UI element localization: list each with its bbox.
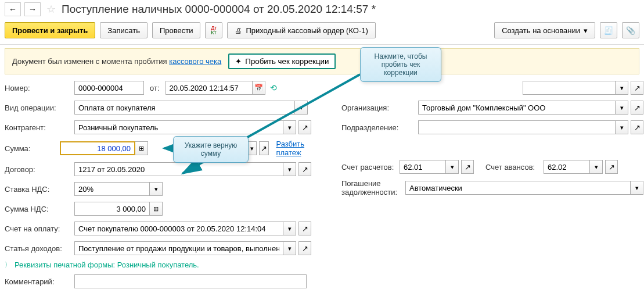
acc-advance-dropdown[interactable]: ▾ — [590, 160, 603, 174]
label-debt-repay: Погашение задолженности: — [341, 179, 405, 197]
acc-advance-input[interactable] — [544, 160, 590, 174]
print-order-button[interactable]: Приходный кассовый ордер (КО-1) — [227, 22, 375, 38]
calendar-button[interactable]: 📅 — [253, 81, 265, 95]
organization-dropdown[interactable]: ▾ — [616, 101, 628, 115]
write-button[interactable]: Записать — [100, 22, 147, 38]
calendar-icon: 📅 — [254, 84, 263, 92]
attach-button[interactable] — [622, 22, 639, 38]
label-amount: Сумма: — [5, 144, 60, 153]
extra-select-dropdown[interactable]: ▾ — [616, 81, 628, 95]
correction-check-button[interactable]: ✦ Пробить чек коррекции — [228, 53, 336, 69]
favorite-star-icon[interactable]: ☆ — [46, 3, 56, 16]
debt-repay-dropdown[interactable]: ▾ — [631, 181, 643, 195]
vat-rate-dropdown[interactable]: ▾ — [150, 182, 163, 196]
cash-receipt-link[interactable]: кассового чека — [169, 57, 221, 66]
label-op-type: Вид операции: — [5, 103, 74, 112]
label-counterparty: Контрагент: — [5, 123, 74, 132]
acc-settle-input[interactable] — [400, 160, 446, 174]
contract-dropdown[interactable]: ▾ — [283, 162, 296, 176]
printer-icon — [235, 26, 242, 35]
label-acc-advance: Счет авансов: — [485, 163, 544, 172]
label-vat-rate: Ставка НДС: — [5, 185, 74, 194]
label-income-item: Статья доходов: — [5, 244, 74, 253]
division-open[interactable]: ↗ — [631, 120, 643, 134]
counterparty-open[interactable]: ↗ — [298, 120, 311, 134]
label-number: Номер: — [5, 84, 74, 92]
acc-settle-open[interactable]: ↗ — [461, 160, 474, 174]
contract-input[interactable] — [74, 162, 283, 176]
nav-back[interactable]: ← — [5, 2, 21, 16]
notice-text: Документ был изменен с момента пробития … — [12, 57, 221, 66]
vat-rate-input[interactable] — [74, 182, 150, 196]
date-input[interactable] — [166, 81, 253, 95]
receipt-icon — [604, 26, 613, 35]
correction-icon: ✦ — [235, 57, 242, 66]
contract-open[interactable]: ↗ — [298, 162, 311, 176]
vat-amount-input[interactable] — [74, 202, 150, 216]
receipt-button[interactable] — [600, 22, 617, 38]
division-input[interactable] — [418, 120, 616, 134]
refresh-icon[interactable]: ⟲ — [270, 83, 277, 92]
chevron-right-icon: 〉 — [5, 260, 11, 269]
amount-input[interactable] — [60, 141, 135, 155]
page-title: Поступление наличных 0000-000004 от 20.0… — [62, 3, 376, 16]
label-from: от: — [150, 84, 160, 92]
label-contract: Договор: — [5, 165, 74, 174]
hint-correction: Нажмите, чтобы пробить чек коррекции — [360, 47, 441, 82]
acc-settle-dropdown[interactable]: ▾ — [446, 160, 459, 174]
invoice-open[interactable]: ↗ — [298, 222, 311, 235]
label-comment: Комментарий: — [5, 277, 74, 286]
counterparty-dropdown[interactable]: ▾ — [283, 120, 296, 134]
save-close-button[interactable]: Провести и закрыть — [5, 22, 95, 38]
organization-input[interactable] — [418, 101, 616, 115]
invoice-dropdown[interactable]: ▾ — [283, 222, 296, 235]
amount-open[interactable]: ↗ — [259, 141, 269, 155]
label-vat-amount: Сумма НДС: — [5, 205, 74, 213]
division-dropdown[interactable]: ▾ — [616, 120, 628, 134]
label-organization: Организация: — [341, 103, 418, 112]
label-division: Подразделение: — [341, 123, 418, 132]
create-based-button[interactable]: Создать на основании ▾ — [494, 22, 595, 38]
extra-select-input[interactable] — [523, 81, 616, 95]
extra-select-open[interactable]: ↗ — [631, 81, 643, 95]
hint-amount: Укажите верную сумму — [173, 136, 249, 163]
invoice-input[interactable] — [74, 222, 283, 235]
op-type-dropdown[interactable]: ▾ — [295, 101, 308, 115]
label-invoice: Счет на оплату: — [5, 224, 74, 233]
post-button[interactable]: Провести — [152, 22, 201, 38]
organization-open[interactable]: ↗ — [631, 101, 643, 115]
number-input[interactable] — [74, 81, 144, 95]
print-requisites-toggle[interactable]: 〉 Реквизиты печатной формы: Розничный по… — [5, 260, 318, 269]
label-acc-settle: Счет расчетов: — [341, 163, 400, 172]
debt-repay-input[interactable] — [405, 181, 631, 195]
op-type-input[interactable] — [74, 101, 295, 115]
income-item-input[interactable] — [74, 241, 283, 255]
counterparty-input[interactable] — [74, 120, 283, 134]
comment-input[interactable] — [74, 274, 307, 288]
dtkt-button[interactable]: ДтКт — [205, 22, 222, 38]
notice-bar: Документ был изменен с момента пробития … — [5, 48, 639, 74]
split-payment-link[interactable]: Разбить платеж — [276, 140, 318, 157]
nav-forward[interactable]: → — [24, 2, 41, 16]
amount-calc-button[interactable]: ⊞ — [135, 141, 148, 155]
income-item-open[interactable]: ↗ — [298, 241, 311, 255]
chevron-down-icon: ▾ — [584, 26, 588, 35]
acc-advance-open[interactable]: ↗ — [605, 160, 618, 174]
vat-amount-calc[interactable]: ⊞ — [150, 202, 163, 216]
clip-icon — [626, 26, 635, 35]
income-item-dropdown[interactable]: ▾ — [283, 241, 296, 255]
